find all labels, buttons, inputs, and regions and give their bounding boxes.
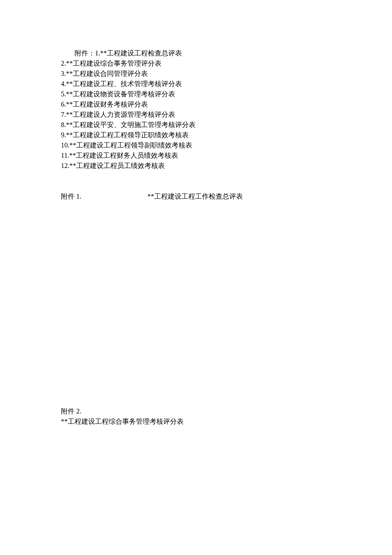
attachment-list: 附件：1.**工程建设工程检查总评表 2.**工程建设综合事务管理评分表 3.*… [61,48,341,171]
list-item: 8.**工程建设平安、文明施工管理考核评分表 [61,120,341,130]
list-item: 3.**工程建设合同管理评分表 [61,69,341,79]
list-item: 4.**工程建设工程、技术管理考核评分表 [61,79,341,89]
attachment-1-header: 附件 1. **工程建设工程工作检查总评表 [61,191,341,202]
list-item: 9.**工程建设工程工程领导正职绩效考核表 [61,130,341,140]
attachment-2-title: **工程建设工程综合事务管理考核评分表 [61,416,341,427]
list-item: 10.**工程建设工程工程领导副职绩效考核表 [61,140,341,150]
list-item: 12.**工程建设工程员工绩效考核表 [61,161,341,171]
list-item: 2.**工程建设综合事务管理评分表 [61,58,341,69]
list-item: 6.**工程建设财务考核评分表 [61,99,341,110]
list-item: 附件：1.**工程建设工程检查总评表 [61,48,341,58]
list-item: 11.**工程建设工程财务人员绩效考核表 [61,150,341,161]
attachment-section-1: 附件 1. **工程建设工程工作检查总评表 [61,191,341,202]
attachment-section-2: 附件 2. **工程建设工程综合事务管理考核评分表 [61,406,341,427]
attachment-2-label: 附件 2. [61,406,341,416]
attachment-1-label: 附件 1. [61,191,81,202]
list-item-text: 1.**工程建设工程检查总评表 [95,49,182,57]
list-item: 5.**工程建设物资设备管理考核评分表 [61,89,341,99]
list-item: 7.**工程建设人力资源管理考核评分表 [61,110,341,120]
list-prefix: 附件： [75,49,95,57]
attachment-1-title: **工程建设工程工作检查总评表 [147,191,243,202]
